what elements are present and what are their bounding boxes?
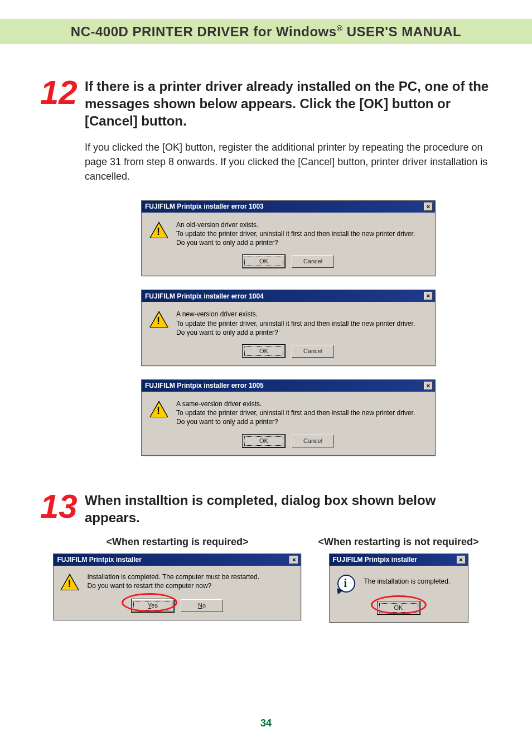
title-prefix: NC-400D PRINTER DRIVER for Windows [71,24,337,39]
dialog-message: An old-version driver exists. To update … [176,220,415,248]
step-12-heading: If there is a printer driver already ins… [85,78,492,130]
step-number-12: 12 [40,78,85,469]
dialog-title: FUJIFILM Printpix installer error 1003 [145,203,264,210]
ok-button[interactable]: OK [243,435,285,447]
no-button[interactable]: No [181,599,223,612]
warning-icon [149,221,168,240]
close-icon[interactable]: × [289,556,298,564]
dialog-error-1003: FUJIFILM Printpix installer error 1003 ×… [141,200,436,277]
step-13-heading: When installtion is completed, dialog bo… [85,492,492,526]
dialog-titlebar: FUJIFILM Printpix installer error 1005 × [142,380,435,392]
dialog-title: FUJIFILM Printpix installer [333,556,417,564]
close-icon[interactable]: × [424,292,433,300]
dialog-restart-not-required: FUJIFILM Printpix installer × The instal… [329,553,468,623]
dialog-message: A new-version driver exists. To update t… [176,310,415,337]
cancel-button[interactable]: Cancel [292,435,334,447]
ok-button[interactable]: OK [243,345,285,358]
close-icon[interactable]: × [457,556,466,564]
close-icon[interactable]: × [424,382,433,390]
restart-not-required-label: <When restarting is not required> [318,536,478,548]
highlight-circle [371,595,427,614]
cancel-button[interactable]: Cancel [292,345,334,358]
dialog-restart-required: FUJIFILM Printpix installer × Installati… [53,553,301,620]
dialog-titlebar: FUJIFILM Printpix installer × [330,554,468,566]
dialog-message: A same-version driver exists. To update … [176,399,415,427]
close-icon[interactable]: × [424,203,433,211]
warning-icon [149,401,168,420]
dialog-title: FUJIFILM Printpix installer error 1004 [145,292,264,300]
step-12: 12 If there is a printer driver already … [40,78,492,469]
dialog-title: FUJIFILM Printpix installer error 1005 [145,382,264,389]
dialog-title: FUJIFILM Printpix installer [57,556,141,564]
dialog-message: The installation is completed. [364,574,451,594]
warning-icon [149,311,168,330]
warning-icon [60,574,79,593]
dialog-message: Installation is completed. The computer … [87,572,259,593]
dialog-titlebar: FUJIFILM Printpix installer × [54,554,301,566]
title-suffix: USER'S MANUAL [342,24,461,39]
restart-required-label: <When restarting is required> [106,536,248,548]
page-number: 34 [0,718,532,729]
dialog-error-1005: FUJIFILM Printpix installer error 1005 ×… [141,379,436,456]
info-icon [337,575,356,594]
dialog-titlebar: FUJIFILM Printpix installer error 1003 × [142,201,435,213]
registered-mark: ® [337,24,343,33]
step-13: 13 When installtion is completed, dialog… [40,492,492,636]
manual-header: NC-400D PRINTER DRIVER for Windows® USER… [0,19,532,44]
manual-title: NC-400D PRINTER DRIVER for Windows® USER… [71,24,461,40]
cancel-button[interactable]: Cancel [292,255,334,268]
dialog-error-1004: FUJIFILM Printpix installer error 1004 ×… [141,290,436,366]
highlight-circle [122,593,177,612]
ok-button[interactable]: OK [243,255,285,268]
step-12-text: If you clicked the [OK] button, register… [85,140,492,184]
dialog-titlebar: FUJIFILM Printpix installer error 1004 × [142,290,435,302]
